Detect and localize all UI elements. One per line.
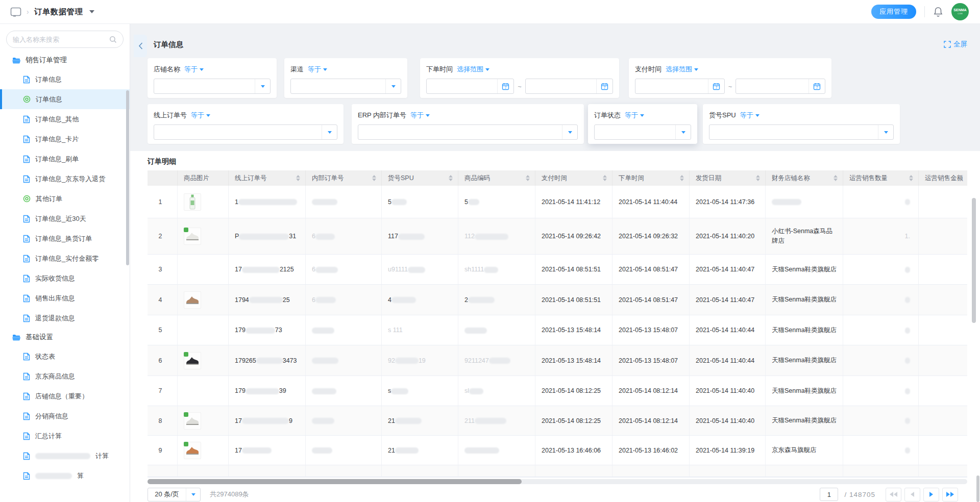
product-image[interactable] bbox=[184, 228, 201, 245]
column-header[interactable]: 运营销售数量 bbox=[843, 170, 919, 186]
sidebar-item[interactable]: 订单信息_刷单 bbox=[0, 149, 130, 169]
sidebar-item[interactable]: 退货退款信息 bbox=[0, 308, 130, 328]
sidebar-item[interactable]: 订单信息_实付金额零 bbox=[0, 248, 130, 268]
filter-value-select[interactable] bbox=[154, 124, 337, 140]
sort-icon[interactable] bbox=[603, 175, 607, 181]
sidebar-item[interactable]: 状态表 bbox=[0, 346, 130, 366]
table-row[interactable]: 61792653473921992112472021-05-13 15:48:1… bbox=[148, 345, 967, 376]
first-page-button[interactable] bbox=[886, 488, 901, 501]
table-row[interactable]: 917212021-05-13 16:46:062021-05-13 16:46… bbox=[148, 436, 967, 465]
sidebar-item[interactable]: 分销商信息 bbox=[0, 406, 130, 426]
sidebar-search[interactable] bbox=[6, 31, 124, 48]
sidebar-group-0[interactable]: 销售订单管理 bbox=[0, 51, 130, 69]
window-icon[interactable] bbox=[10, 7, 21, 17]
filter-value-select[interactable] bbox=[594, 124, 691, 140]
filter-value-select[interactable] bbox=[358, 124, 578, 140]
table-row[interactable]: 11552021-05-14 11:41:122021-05-14 11:40:… bbox=[148, 186, 967, 218]
next-page-button[interactable] bbox=[923, 488, 939, 501]
sidebar-item[interactable]: 订单信息_换货订单 bbox=[0, 229, 130, 248]
collapse-panel-button[interactable] bbox=[134, 35, 147, 57]
product-image[interactable] bbox=[184, 291, 201, 309]
bell-icon[interactable] bbox=[933, 6, 943, 17]
fullscreen-button[interactable]: 全屏 bbox=[944, 40, 967, 49]
sidebar-item[interactable]: 实际收货信息 bbox=[0, 268, 130, 288]
sidebar-item[interactable]: 算 bbox=[0, 466, 130, 483]
filter-operator-dropdown[interactable]: 选择范围 bbox=[457, 65, 489, 74]
table-row[interactable]: 8179212112021-05-14 08:12:252021-05-14 0… bbox=[148, 406, 967, 436]
page-scrollbar-thumb[interactable] bbox=[976, 475, 979, 502]
column-header[interactable]: 下单时间 bbox=[612, 170, 690, 186]
search-input[interactable] bbox=[13, 36, 109, 43]
sort-icon[interactable] bbox=[680, 175, 684, 181]
sort-icon[interactable] bbox=[372, 175, 376, 181]
sidebar-item[interactable]: 汇总计算 bbox=[0, 426, 130, 446]
filter-operator-dropdown[interactable]: 等于 bbox=[740, 111, 760, 120]
column-header[interactable]: 线上订单号 bbox=[229, 170, 306, 186]
sidebar-item[interactable]: 订单信息_其他 bbox=[0, 109, 130, 129]
column-header[interactable]: 财务店铺名称 bbox=[766, 170, 843, 186]
internal-order-no bbox=[312, 357, 338, 364]
product-image[interactable] bbox=[184, 412, 201, 430]
product-image[interactable] bbox=[184, 352, 201, 369]
date-input-end[interactable]: 7 bbox=[525, 79, 613, 94]
filter-value-select[interactable] bbox=[290, 79, 401, 94]
filter-operator-dropdown[interactable]: 等于 bbox=[410, 111, 430, 120]
date-input-start[interactable]: 7 bbox=[426, 79, 514, 94]
table-row[interactable]: 41794256422021-05-14 08:51:512021-05-14 … bbox=[148, 285, 967, 315]
filter-operator-dropdown[interactable]: 等于 bbox=[184, 65, 204, 74]
sidebar-item[interactable]: 订单信息 bbox=[0, 89, 130, 109]
search-icon[interactable] bbox=[109, 36, 117, 43]
sidebar-item[interactable]: 京东商品信息 bbox=[0, 366, 130, 386]
page-number-input[interactable] bbox=[820, 488, 838, 501]
product-image[interactable] bbox=[184, 193, 201, 211]
prev-page-button[interactable] bbox=[904, 488, 920, 501]
horizontal-scrollbar-thumb[interactable] bbox=[148, 479, 522, 484]
column-header[interactable]: 运营销售金额 bbox=[919, 170, 967, 186]
sidebar-item[interactable]: 订单信息_卡片 bbox=[0, 129, 130, 149]
column-header[interactable]: 货号SPU bbox=[382, 170, 458, 186]
table-row[interactable]: 2P3161171122021-05-14 09:26:422021-05-14… bbox=[148, 218, 967, 255]
sidebar-item[interactable]: 其他订单 bbox=[0, 189, 130, 209]
page-size-select[interactable]: 20 条/页 bbox=[148, 488, 201, 501]
horizontal-scrollbar-track[interactable] bbox=[148, 479, 967, 484]
column-header[interactable]: 内部订单号 bbox=[306, 170, 382, 186]
filter-operator-dropdown[interactable]: 等于 bbox=[191, 111, 210, 120]
sort-icon[interactable] bbox=[526, 175, 530, 181]
filter-value-select[interactable] bbox=[154, 79, 271, 94]
app-manage-button[interactable]: 应用管理 bbox=[871, 5, 916, 19]
vertical-scrollbar-thumb[interactable] bbox=[972, 198, 976, 323]
product-image[interactable] bbox=[184, 442, 201, 459]
date-input-start[interactable]: 7 bbox=[635, 79, 725, 94]
filter-operator-dropdown[interactable]: 等于 bbox=[625, 111, 644, 120]
column-header[interactable]: 商品图片 bbox=[178, 170, 229, 186]
page-breadcrumb-title[interactable]: 订单数据管理 bbox=[34, 7, 83, 17]
sidebar-item[interactable]: 销售出库信息 bbox=[0, 288, 130, 308]
sidebar-item[interactable]: 计算 bbox=[0, 446, 130, 466]
column-header[interactable]: 商品编码 bbox=[458, 170, 535, 186]
caret-down-icon bbox=[426, 114, 430, 117]
filter-value-select[interactable] bbox=[709, 124, 894, 140]
sidebar-group-1[interactable]: 基础设置 bbox=[0, 328, 130, 346]
sort-icon[interactable] bbox=[834, 175, 838, 181]
sort-icon[interactable] bbox=[756, 175, 760, 181]
column-header[interactable] bbox=[148, 170, 178, 186]
date-input-end[interactable]: 7 bbox=[736, 79, 825, 94]
avatar[interactable]: SENMA COM bbox=[951, 3, 969, 20]
table-row[interactable]: 717939ssl2021-05-14 08:12:252021-05-14 0… bbox=[148, 376, 967, 406]
sidebar-scrollbar[interactable] bbox=[126, 90, 129, 265]
filter-operator-dropdown[interactable]: 等于 bbox=[308, 65, 327, 74]
sort-icon[interactable] bbox=[296, 175, 300, 181]
title-caret-icon[interactable] bbox=[89, 10, 94, 13]
sidebar-item[interactable]: 订单信息_京东导入退货 bbox=[0, 169, 130, 189]
sort-icon[interactable] bbox=[909, 175, 913, 181]
sidebar-item[interactable]: 订单信息 bbox=[0, 69, 130, 89]
table-row[interactable]: 517973s 1112021-05-13 15:48:142021-05-13… bbox=[148, 315, 967, 345]
column-header[interactable]: 发货日期 bbox=[690, 170, 766, 186]
column-header[interactable]: 支付时间 bbox=[535, 170, 612, 186]
table-row[interactable]: 31721256u91111sh11112021-05-14 08:51:512… bbox=[148, 255, 967, 285]
sidebar-item[interactable]: 订单信息_近30天 bbox=[0, 209, 130, 229]
sidebar-item[interactable]: 店铺信息（重要） bbox=[0, 386, 130, 406]
sort-icon[interactable] bbox=[449, 175, 453, 181]
filter-operator-dropdown[interactable]: 选择范围 bbox=[666, 65, 698, 74]
last-page-button[interactable] bbox=[942, 488, 958, 501]
